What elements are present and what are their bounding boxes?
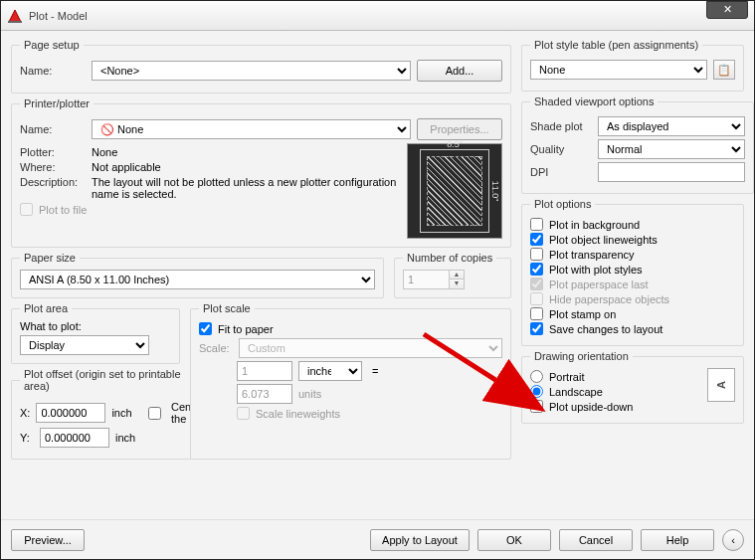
copies-spinner: ▲▼ [449, 270, 465, 289]
scale-lw-label: Scale lineweights [256, 408, 340, 420]
y-input[interactable] [40, 428, 109, 448]
orientation-icon: A [707, 368, 735, 402]
opt-lw-label: Plot object lineweights [549, 234, 658, 246]
scale-unit-select[interactable]: inches [298, 361, 362, 381]
page-name-select[interactable]: <None> [92, 61, 411, 81]
center-plot-check[interactable] [148, 407, 161, 420]
plot-to-file-check [20, 203, 33, 216]
portrait-radio[interactable] [530, 370, 543, 383]
plot-scale-group: Plot scale Fit to paper Scale: Custom in… [190, 302, 511, 460]
copies-input [403, 270, 449, 289]
shaded-group: Shaded viewport options Shade plotAs dis… [521, 95, 754, 194]
paper-size-legend: Paper size [20, 252, 80, 264]
what-to-plot-label: What to plot: [20, 320, 171, 332]
plot-options-legend: Plot options [530, 198, 595, 210]
paper-size-group: Paper size ANSI A (8.50 x 11.00 Inches) [11, 252, 384, 298]
style-edit-button[interactable]: 📋 [713, 60, 735, 80]
dpi-input [598, 162, 745, 182]
ok-button[interactable]: OK [477, 529, 551, 551]
upside-label: Plot upside-down [549, 401, 633, 413]
printer-name-select[interactable]: 🚫 None [92, 119, 411, 139]
fit-to-paper-label: Fit to paper [218, 323, 274, 335]
opt-styles-check[interactable] [530, 263, 543, 276]
where-value: Not applicable [92, 161, 161, 173]
x-input[interactable] [36, 403, 105, 423]
add-button[interactable]: Add... [417, 60, 502, 82]
scale-num-input [237, 361, 292, 381]
x-unit: inch [111, 407, 131, 419]
units-label: units [298, 388, 321, 400]
what-to-plot-select[interactable]: Display [20, 335, 149, 355]
plot-area-legend: Plot area [20, 302, 72, 314]
opt-lw-check[interactable] [530, 233, 543, 246]
page-name-label: Name: [20, 65, 86, 77]
printer-name-label: Name: [20, 123, 86, 135]
help-button[interactable]: Help [641, 529, 714, 551]
close-button[interactable]: ✕ [706, 1, 748, 19]
plot-options-group: Plot options Plot in background Plot obj… [521, 198, 744, 346]
where-label: Where: [20, 161, 86, 173]
style-table-select[interactable]: None [530, 60, 707, 80]
opt-save-check[interactable] [530, 322, 543, 335]
portrait-label: Portrait [549, 371, 584, 383]
plot-to-file-label: Plot to file [39, 204, 87, 216]
upside-check[interactable] [530, 400, 543, 413]
opt-hide-label: Hide paperspace objects [549, 293, 669, 305]
scale-lw-check [237, 407, 250, 420]
opt-hide-check [530, 292, 543, 305]
opt-styles-label: Plot with plot styles [549, 264, 643, 276]
desc-label: Description: [20, 176, 86, 188]
copies-legend: Number of copies [403, 252, 496, 264]
desc-value: The layout will not be plotted unless a … [92, 176, 399, 200]
landscape-radio[interactable] [530, 385, 543, 398]
shade-plot-label: Shade plot [530, 120, 592, 132]
cancel-button[interactable]: Cancel [559, 529, 633, 551]
plot-offset-legend: Plot offset (origin set to printable are… [20, 368, 211, 392]
plot-offset-group: Plot offset (origin set to printable are… [11, 368, 220, 460]
opt-trans-label: Plot transparency [549, 249, 635, 261]
orientation-group: Drawing orientation Portrait Landscape P… [521, 350, 744, 424]
opt-trans-check[interactable] [530, 248, 543, 261]
close-icon: ✕ [723, 3, 732, 16]
opt-stamp-label: Plot stamp on [549, 308, 616, 320]
opt-bg-check[interactable] [530, 218, 543, 231]
paper-preview: 8.5" 11.0" [407, 143, 502, 239]
equals-sign: = [368, 365, 382, 377]
opt-pspace-label: Plot paperspace last [549, 279, 649, 290]
style-table-legend: Plot style table (pen assignments) [530, 39, 702, 51]
printer-legend: Printer/plotter [20, 97, 94, 109]
page-setup-legend: Page setup [20, 39, 84, 51]
preview-button[interactable]: Preview... [11, 529, 85, 551]
paper-size-select[interactable]: ANSI A (8.50 x 11.00 Inches) [20, 270, 375, 289]
plotter-label: Plotter: [20, 146, 86, 158]
opt-bg-label: Plot in background [549, 219, 640, 231]
apply-button[interactable]: Apply to Layout [370, 529, 470, 551]
expand-button[interactable]: ‹ [722, 529, 744, 551]
scale-label: Scale: [199, 342, 233, 354]
svg-marker-0 [9, 10, 21, 22]
quality-select[interactable]: Normal [598, 139, 745, 159]
opt-stamp-check[interactable] [530, 307, 543, 320]
preview-height: 11.0" [490, 181, 500, 202]
opt-pspace-check [530, 278, 543, 290]
properties-button: Properties... [417, 118, 502, 140]
edit-icon: 📋 [717, 64, 731, 77]
plot-scale-legend: Plot scale [199, 302, 255, 314]
shade-plot-select[interactable]: As displayed [598, 116, 745, 136]
svg-rect-1 [8, 21, 22, 23]
app-icon [7, 8, 23, 24]
chevron-left-icon: ‹ [731, 534, 735, 546]
copies-group: Number of copies ▲▼ [394, 252, 511, 298]
quality-label: Quality [530, 143, 592, 155]
plot-area-group: Plot area What to plot: Display [11, 302, 180, 364]
window-title: Plot - Model [29, 10, 88, 22]
orientation-legend: Drawing orientation [530, 350, 633, 362]
page-setup-group: Page setup Name: <None> Add... [11, 39, 511, 93]
scale-den-input [237, 384, 292, 404]
scale-select: Custom [239, 338, 502, 358]
style-table-group: Plot style table (pen assignments) None … [521, 39, 744, 92]
preview-width: 8.5" [447, 139, 463, 149]
fit-to-paper-check[interactable] [199, 322, 212, 335]
shaded-legend: Shaded viewport options [530, 95, 658, 107]
x-label: X: [20, 407, 30, 419]
